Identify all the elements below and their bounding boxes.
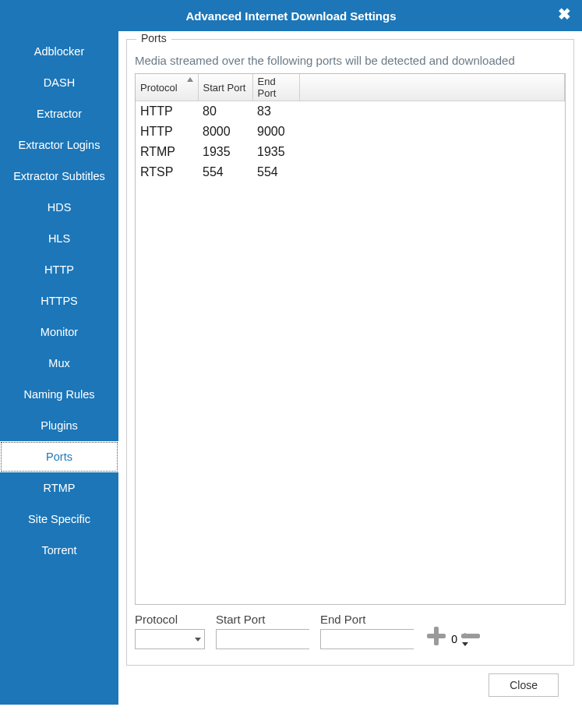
add-button[interactable] xyxy=(425,624,448,648)
main-area: Ports Media streamed over the following … xyxy=(118,31,582,705)
panel-legend: Ports xyxy=(136,32,171,44)
column-header-empty xyxy=(299,74,565,101)
titlebar: Advanced Internet Download Settings ✖ xyxy=(0,0,582,31)
sidebar-item-naming-rules[interactable]: Naming Rules xyxy=(0,379,118,410)
start-port-spinner[interactable] xyxy=(216,629,309,649)
cell-protocol: HTTP xyxy=(136,101,198,122)
cell-end: 1935 xyxy=(252,142,299,162)
cell-start: 80 xyxy=(198,101,252,122)
cell-start: 8000 xyxy=(198,122,252,142)
sidebar-item-torrent[interactable]: Torrent xyxy=(0,535,118,566)
cell-end: 554 xyxy=(252,162,299,182)
ports-panel: Ports Media streamed over the following … xyxy=(126,39,574,666)
end-port-spinner[interactable] xyxy=(320,629,414,649)
chevron-down-icon xyxy=(195,638,201,641)
add-row-controls: Protocol Start Port xyxy=(135,605,566,657)
end-port-label: End Port xyxy=(320,613,414,626)
cell-end: 9000 xyxy=(252,122,299,142)
sidebar-item-extractor-subtitles[interactable]: Extractor Subtitles xyxy=(0,161,118,192)
sidebar-item-adblocker[interactable]: Adblocker xyxy=(0,36,118,67)
cell-protocol: RTMP xyxy=(136,142,198,162)
plus-icon xyxy=(425,624,448,648)
cell-start: 1935 xyxy=(198,142,252,162)
sidebar-item-mux[interactable]: Mux xyxy=(0,348,118,379)
sidebar-item-ports[interactable]: Ports xyxy=(0,441,118,472)
sidebar-item-dash[interactable]: DASH xyxy=(0,67,118,98)
table-row[interactable]: HTTP 80 83 xyxy=(136,101,565,122)
remove-button[interactable] xyxy=(459,624,482,648)
column-header-start-port[interactable]: Start Port xyxy=(198,74,252,101)
sidebar-item-plugins[interactable]: Plugins xyxy=(0,410,118,441)
cell-end: 83 xyxy=(252,101,299,122)
close-button[interactable]: Close xyxy=(489,673,559,697)
sidebar-item-https[interactable]: HTTPS xyxy=(0,285,118,316)
ports-table: Protocol Start Port End Port HTTP 80 xyxy=(135,73,566,605)
sidebar-item-monitor[interactable]: Monitor xyxy=(0,316,118,348)
sidebar: Adblocker DASH Extractor Extractor Login… xyxy=(0,31,118,705)
column-header-protocol[interactable]: Protocol xyxy=(136,74,198,101)
cell-protocol: RTSP xyxy=(136,162,198,182)
table-row[interactable]: RTMP 1935 1935 xyxy=(136,142,565,162)
protocol-select[interactable] xyxy=(135,629,205,649)
svg-rect-2 xyxy=(461,634,480,638)
sidebar-item-hds[interactable]: HDS xyxy=(0,192,118,223)
sidebar-item-extractor[interactable]: Extractor xyxy=(0,98,118,129)
table-row[interactable]: HTTP 8000 9000 xyxy=(136,122,565,142)
table-row[interactable]: RTSP 554 554 xyxy=(136,162,565,182)
sidebar-item-http[interactable]: HTTP xyxy=(0,254,118,285)
minus-icon xyxy=(459,624,482,648)
sidebar-item-hls[interactable]: HLS xyxy=(0,223,118,254)
column-label: Protocol xyxy=(140,82,178,94)
close-icon[interactable]: ✖ xyxy=(558,5,571,23)
cell-start: 554 xyxy=(198,162,252,182)
protocol-label: Protocol xyxy=(135,613,205,626)
sidebar-item-extractor-logins[interactable]: Extractor Logins xyxy=(0,129,118,161)
cell-protocol: HTTP xyxy=(136,122,198,142)
footer: Close xyxy=(126,666,574,705)
window-title: Advanced Internet Download Settings xyxy=(185,9,396,23)
column-header-end-port[interactable]: End Port xyxy=(252,74,299,101)
sidebar-item-site-specific[interactable]: Site Specific xyxy=(0,504,118,535)
sort-ascending-icon xyxy=(187,77,193,82)
panel-description: Media streamed over the following ports … xyxy=(135,54,566,67)
sidebar-item-rtmp[interactable]: RTMP xyxy=(0,472,118,504)
start-port-label: Start Port xyxy=(216,613,309,626)
svg-rect-1 xyxy=(427,634,446,638)
